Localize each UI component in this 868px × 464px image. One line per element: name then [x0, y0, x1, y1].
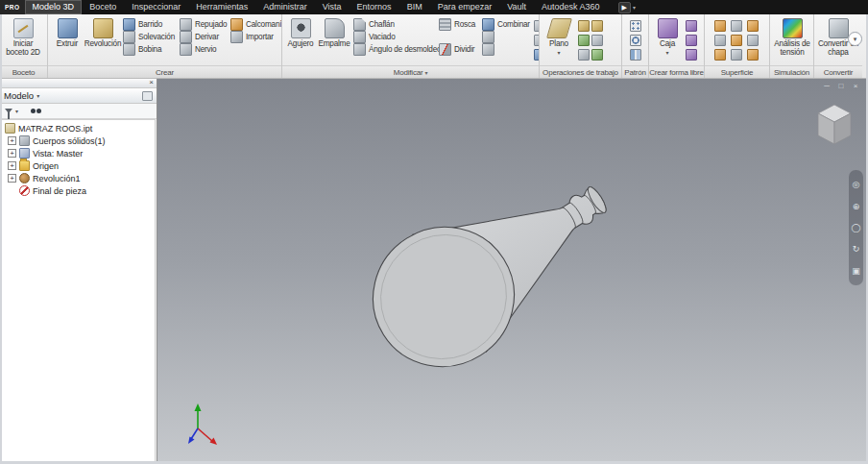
- combinar-button[interactable]: Combinar: [480, 18, 532, 31]
- move-face-icon: [534, 35, 540, 46]
- view-rep-icon: [19, 148, 30, 159]
- full-navigation-wheel-icon[interactable]: ◎: [853, 180, 860, 189]
- tree-item-label: Final de pieza: [33, 186, 86, 196]
- freeform-sphere-button[interactable]: [685, 34, 697, 46]
- delete-surface-face-button[interactable]: [746, 34, 759, 46]
- grounded-point-button[interactable]: [591, 48, 603, 61]
- tree-item-revolucion1[interactable]: + Revolución1: [2, 172, 155, 184]
- tab-modelo-3d[interactable]: Modelo 3D: [25, 0, 83, 14]
- panel-close-icon[interactable]: ×: [149, 78, 154, 87]
- calcomania-button[interactable]: Calcomanía: [229, 18, 281, 31]
- tab-administrar[interactable]: Administrar: [255, 0, 315, 14]
- rectangular-pattern-button[interactable]: [629, 19, 641, 32]
- tab-bim[interactable]: BIM: [399, 0, 430, 14]
- caret-down-icon: ▾: [665, 51, 668, 55]
- look-at-icon[interactable]: ▣: [852, 266, 860, 276]
- direct-edit-button[interactable]: [533, 48, 539, 61]
- trim-surface-button[interactable]: [713, 34, 726, 46]
- expand-icon[interactable]: +: [8, 174, 16, 183]
- thicken-surface-button[interactable]: [746, 48, 759, 61]
- barrido-button[interactable]: Barrido: [121, 18, 177, 31]
- sculpt-button[interactable]: [730, 19, 742, 32]
- window-border: [0, 14, 2, 464]
- tab-herramientas[interactable]: Herramientas: [188, 0, 255, 14]
- doc-minimize-button[interactable]: ─: [822, 82, 832, 90]
- caja-button[interactable]: Caja ▾: [651, 15, 684, 55]
- chaflan-label: Chaflán: [369, 20, 395, 29]
- video-button[interactable]: ▶ ▾: [614, 0, 640, 14]
- stitch-button[interactable]: [713, 19, 726, 32]
- work-point-button[interactable]: [577, 34, 590, 46]
- group-label-operaciones-trabajo: Operaciones de trabajo: [540, 65, 621, 78]
- filter-icon[interactable]: [5, 109, 12, 113]
- expand-icon[interactable]: +: [8, 136, 16, 145]
- delete-face-button[interactable]: [480, 43, 532, 56]
- circular-pattern-button[interactable]: [629, 34, 641, 46]
- search-icon[interactable]: [31, 109, 41, 113]
- mirror-button[interactable]: [629, 48, 641, 61]
- axis-through-points-button[interactable]: [591, 34, 603, 46]
- ruled-surface-button[interactable]: [730, 48, 742, 61]
- angulo-desmoldeo-button[interactable]: Ángulo de desmoldeo: [351, 43, 436, 56]
- chaflan-button[interactable]: Chaflán: [351, 18, 436, 31]
- grounded-point-icon: [591, 49, 603, 61]
- ribbon-options-button[interactable]: ▾: [848, 32, 862, 46]
- iniciar-boceto-2d-button[interactable]: Iniciar boceto 2D: [2, 15, 44, 57]
- doc-restore-button[interactable]: □: [836, 82, 846, 90]
- viewport[interactable]: ─ □ × ◎ ⊕ ◯ ↻ ▣: [157, 78, 868, 464]
- tree-item-root[interactable]: MATRAZ ROOS.ipt: [2, 122, 155, 134]
- pan-icon[interactable]: ⊕: [853, 202, 860, 211]
- move-face-button[interactable]: [533, 34, 539, 46]
- doc-close-button[interactable]: ×: [851, 82, 860, 90]
- replace-face-button[interactable]: [713, 48, 726, 61]
- expand-icon[interactable]: +: [8, 149, 16, 158]
- combinar-label: Combinar: [497, 20, 530, 29]
- rosca-button[interactable]: Rosca: [437, 18, 479, 31]
- freeform-quadball-button[interactable]: [685, 48, 697, 61]
- empalme-button[interactable]: Empalme: [318, 15, 350, 49]
- solevacion-button[interactable]: Solevación: [121, 31, 177, 43]
- browser-header[interactable]: Modelo ▾: [0, 88, 157, 104]
- vaciado-button[interactable]: Vaciado: [351, 31, 436, 43]
- orbit-icon[interactable]: ↻: [853, 244, 860, 254]
- revolucion-label: Revolución: [84, 40, 122, 49]
- copy-object-button[interactable]: [533, 19, 539, 32]
- zoom-icon[interactable]: ◯: [851, 223, 860, 232]
- plano-button[interactable]: Plano ▾: [542, 15, 576, 55]
- tab-vista[interactable]: Vista: [315, 0, 350, 14]
- expand-icon[interactable]: +: [8, 161, 16, 170]
- patch-button[interactable]: [746, 19, 759, 32]
- importar-button[interactable]: Importar: [229, 31, 281, 43]
- repujado-button[interactable]: Repujado: [178, 18, 228, 31]
- solevacion-label: Solevación: [138, 33, 175, 41]
- app-logo[interactable]: PRO: [0, 0, 25, 14]
- bobina-button[interactable]: Bobina: [121, 43, 177, 56]
- derivar-button[interactable]: Derivar: [178, 31, 228, 43]
- thicken-button[interactable]: [480, 31, 532, 43]
- dividir-button[interactable]: Dividir: [437, 43, 479, 56]
- ribbon-group-simulacion: Análisis de tensión Simulación: [770, 14, 814, 78]
- extend-surface-button[interactable]: [730, 34, 742, 46]
- view-cube[interactable]: [808, 97, 858, 147]
- nervio-button[interactable]: Nervio: [178, 43, 228, 56]
- tab-autodesk-a360[interactable]: Autodesk A360: [534, 0, 608, 14]
- group-label-modificar[interactable]: Modificar▾: [282, 65, 539, 78]
- extruir-button[interactable]: Extruir: [50, 15, 84, 49]
- tab-entornos[interactable]: Entornos: [350, 0, 399, 14]
- tab-para-empezar[interactable]: Para empezar: [430, 0, 500, 14]
- tab-vault[interactable]: Vault: [499, 0, 534, 14]
- analisis-tension-button[interactable]: Análisis de tensión: [772, 15, 812, 57]
- agujero-button[interactable]: Agujero: [284, 15, 317, 49]
- work-axis-button[interactable]: [577, 19, 590, 32]
- offset-plane-button[interactable]: [591, 19, 603, 32]
- tree-item-cuerpos-solidos[interactable]: + Cuerpos sólidos(1): [2, 134, 155, 147]
- tree-item-origen[interactable]: + Origen: [2, 159, 155, 172]
- tab-inspeccionar[interactable]: Inspeccionar: [124, 0, 188, 14]
- browser-options-icon[interactable]: [142, 91, 153, 101]
- caja-label: Caja: [660, 40, 675, 49]
- ucs-button[interactable]: [577, 48, 590, 61]
- tab-boceto[interactable]: Boceto: [82, 0, 124, 14]
- revolucion-button[interactable]: Revolución: [85, 15, 120, 49]
- tree-item-final-de-pieza[interactable]: Final de pieza: [2, 184, 155, 197]
- freeform-cylinder-button[interactable]: [685, 19, 697, 32]
